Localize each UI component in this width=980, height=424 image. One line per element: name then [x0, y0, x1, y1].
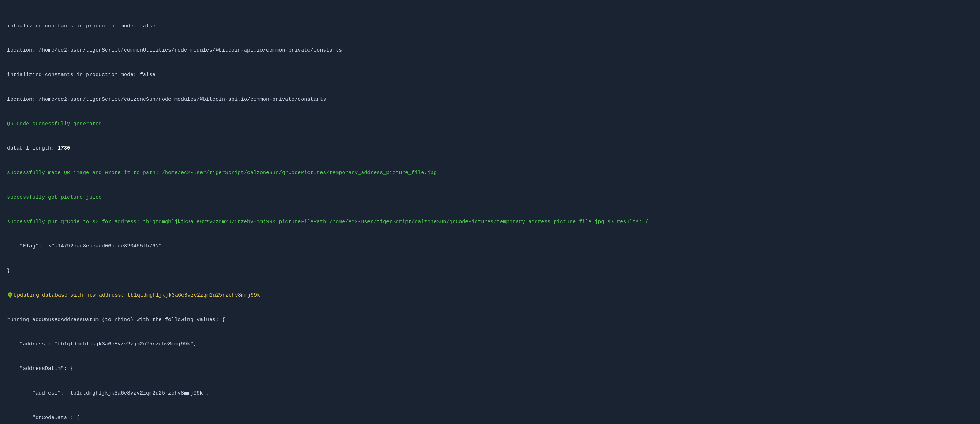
- line-16: "address": "tb1qtdmghljkjk3a6e8vzv2zqm2u…: [7, 389, 973, 397]
- line-6: dataUrl length: 1730: [7, 144, 973, 152]
- line-14: "address": "tb1qtdmghljkjk3a6e8vzv2zqm2u…: [7, 340, 973, 348]
- line-9: successfully put qrCode to s3 for addres…: [7, 218, 973, 226]
- terminal-output: intializing constants in production mode…: [7, 6, 973, 424]
- line-13: running addUnusedAddressDatum (to rhino)…: [7, 316, 973, 324]
- line-17: "qrCodeData": {: [7, 414, 973, 422]
- line-2: location: /home/ec2-user/tigerScript/com…: [7, 46, 973, 54]
- line-3: intializing constants in production mode…: [7, 71, 973, 79]
- line-15: "addressDatum": {: [7, 365, 973, 373]
- line-1: intializing constants in production mode…: [7, 22, 973, 30]
- line-7: successfully made QR image and wrote it …: [7, 169, 973, 177]
- line-4: location: /home/ec2-user/tigerScript/cal…: [7, 95, 973, 103]
- line-5: QR Code successfully generated: [7, 120, 973, 128]
- line-11: }: [7, 267, 973, 275]
- line-8: successfully got picture juice: [7, 194, 973, 202]
- line-12: 🌵Updating database with new address: tb1…: [7, 291, 973, 299]
- line-10: "ETag": "\"a14792ead8eceacd06cbde320455f…: [7, 242, 973, 250]
